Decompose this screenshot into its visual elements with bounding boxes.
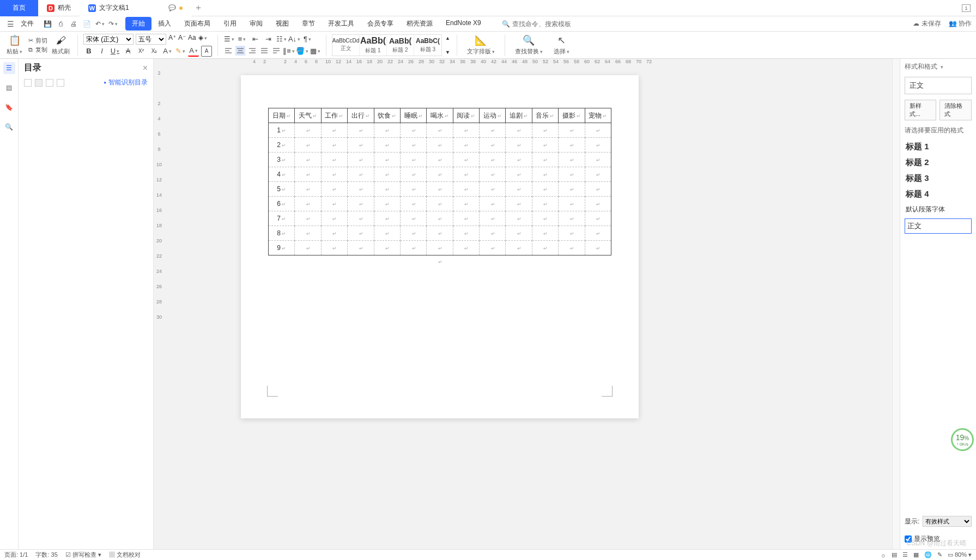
style-h1[interactable]: 标题 1 bbox=[905, 141, 972, 153]
ribbon-tab-insert[interactable]: 插入 bbox=[151, 17, 178, 31]
align-left-button[interactable] bbox=[223, 46, 233, 56]
table-header[interactable]: 追剧↵ bbox=[506, 108, 532, 123]
view-mode-focus[interactable]: ✎ bbox=[937, 551, 942, 558]
ribbon-tab-pagelayout[interactable]: 页面布局 bbox=[178, 17, 217, 31]
font-name-select[interactable]: 宋体 (正文) bbox=[83, 34, 134, 45]
strikethrough-button[interactable]: A bbox=[123, 46, 134, 57]
search-input[interactable] bbox=[512, 20, 589, 28]
format-painter[interactable]: 🖌 格式刷 bbox=[50, 35, 72, 56]
table-header[interactable]: 日期↵ bbox=[269, 108, 295, 123]
style-preview-h2[interactable]: AaBb(标题 2 bbox=[387, 35, 414, 56]
superscript-button[interactable]: X² bbox=[136, 46, 147, 57]
sort-button[interactable]: A↓ bbox=[289, 34, 300, 45]
table-header[interactable]: 宠物↵ bbox=[585, 108, 611, 123]
cut-button[interactable]: ✂剪切 bbox=[27, 36, 47, 45]
character-border-button[interactable]: A bbox=[201, 46, 212, 57]
ribbon-tab-view[interactable]: 视图 bbox=[269, 17, 295, 31]
outline-tool-2[interactable] bbox=[35, 79, 43, 87]
find-replace-button[interactable]: 🔍查找替换 bbox=[511, 34, 547, 56]
increase-indent-button[interactable]: ⇥ bbox=[263, 34, 274, 45]
ribbon-tab-vip[interactable]: 会员专享 bbox=[361, 17, 400, 31]
style-gallery[interactable]: AaBbCcDd正文 AaBb(标题 1 AaBb(标题 2 AaBbC(标题 … bbox=[332, 34, 442, 56]
tab-chat-icon[interactable]: 💬 bbox=[168, 4, 176, 11]
text-effects-button[interactable]: A bbox=[162, 46, 173, 57]
content-table[interactable]: 日期↵天气↵工作↵出行↵饮食↵睡眠↵喝水↵阅读↵运动↵追剧↵音乐↵摄影↵宠物↵ … bbox=[268, 108, 611, 255]
paragraph-mark-button[interactable]: ¶ bbox=[302, 34, 313, 45]
outline-tool-3[interactable] bbox=[46, 79, 53, 87]
ribbon-tab-review[interactable]: 审阅 bbox=[243, 17, 269, 31]
word-layout-button[interactable]: 📐文字排版 bbox=[463, 34, 499, 56]
table-header[interactable]: 工作↵ bbox=[321, 108, 347, 123]
linespacing-button[interactable]: ☷ bbox=[276, 34, 287, 45]
file-menu[interactable]: 文件 bbox=[17, 19, 37, 28]
change-case-icon[interactable]: Aa bbox=[188, 34, 196, 45]
tab-document[interactable]: W 文字文稿1 💬 bbox=[80, 0, 191, 16]
table-header[interactable]: 喝水↵ bbox=[427, 108, 453, 123]
table-header[interactable]: 天气↵ bbox=[295, 108, 321, 123]
window-index-icon[interactable]: 1 bbox=[962, 4, 971, 12]
line-spacing-button[interactable]: ‖≡ bbox=[283, 46, 294, 57]
ribbon-tab-endnote[interactable]: EndNote X9 bbox=[439, 17, 488, 31]
underline-button[interactable]: U bbox=[110, 46, 120, 57]
status-spellcheck[interactable]: ☑ 拼写检查 ▾ bbox=[65, 551, 101, 559]
bold-button[interactable]: B bbox=[83, 46, 94, 57]
style-preview-body[interactable]: AaBbCcDd正文 bbox=[332, 35, 360, 56]
search-rail-icon[interactable]: 🔍 bbox=[3, 121, 15, 133]
table-header[interactable]: 音乐↵ bbox=[532, 108, 558, 123]
style-scroll-down[interactable]: ▼ bbox=[445, 50, 450, 55]
ribbon-tab-start[interactable]: 开始 bbox=[125, 17, 151, 31]
table-row[interactable]: 3↵↵↵↵↵↵↵↵↵↵↵↵↵ bbox=[269, 153, 611, 167]
style-preview-h3[interactable]: AaBbC(标题 3 bbox=[414, 35, 441, 56]
copy-button[interactable]: ⧉复制 bbox=[27, 46, 47, 54]
select-button[interactable]: ↖选择 bbox=[549, 34, 574, 56]
bullets-button[interactable]: ☰ bbox=[223, 34, 234, 45]
table-header[interactable]: 阅读↵ bbox=[453, 108, 479, 123]
document-page[interactable]: 日期↵天气↵工作↵出行↵饮食↵睡眠↵喝水↵阅读↵运动↵追剧↵音乐↵摄影↵宠物↵ … bbox=[241, 75, 639, 418]
increase-font-icon[interactable]: A⁺ bbox=[168, 34, 176, 45]
speed-badge[interactable]: 19% ↑ 0K/s bbox=[951, 428, 974, 451]
table-header[interactable]: 睡眠↵ bbox=[400, 108, 426, 123]
styles-pane-title[interactable]: 样式和格式 bbox=[905, 62, 972, 71]
table-header[interactable]: 摄影↵ bbox=[559, 108, 585, 123]
paste-group[interactable]: 📋 粘贴 bbox=[4, 34, 25, 56]
command-search[interactable]: 🔍 bbox=[502, 20, 589, 28]
font-size-select[interactable]: 五号 bbox=[136, 34, 166, 45]
distribute-button[interactable] bbox=[271, 46, 281, 56]
style-h4[interactable]: 标题 4 bbox=[905, 188, 972, 200]
tab-daoke[interactable]: D 稻壳 bbox=[38, 0, 80, 16]
align-justify-button[interactable] bbox=[259, 46, 269, 56]
save-as-icon[interactable]: ⎙ bbox=[54, 18, 66, 30]
view-mode-1[interactable]: ▤ bbox=[892, 551, 897, 558]
tab-home[interactable]: 首页 bbox=[0, 0, 38, 16]
subscript-button[interactable]: X₂ bbox=[149, 46, 160, 57]
outline-body[interactable] bbox=[19, 88, 153, 549]
ribbon-tab-daoke[interactable]: 稻壳资源 bbox=[400, 17, 439, 31]
style-preview-h1[interactable]: AaBb(标题 1 bbox=[360, 35, 387, 56]
decrease-indent-button[interactable]: ⇤ bbox=[250, 34, 260, 45]
undo-button[interactable]: ↶ bbox=[94, 18, 106, 30]
status-wordcount[interactable]: 字数: 35 bbox=[35, 551, 57, 559]
style-default-para[interactable]: 默认段落字体 bbox=[905, 204, 972, 215]
table-row[interactable]: 7↵↵↵↵↵↵↵↵↵↵↵↵↵ bbox=[269, 211, 611, 226]
app-menu-button[interactable]: ☰ bbox=[4, 18, 16, 30]
print-preview-icon[interactable]: 📄 bbox=[81, 18, 93, 30]
ribbon-tab-devtools[interactable]: 开发工具 bbox=[322, 17, 361, 31]
align-right-button[interactable] bbox=[247, 46, 257, 56]
numbering-button[interactable]: ≡ bbox=[237, 34, 247, 45]
show-preview-checkbox[interactable]: 显示预览 bbox=[905, 532, 972, 546]
style-scroll-up[interactable]: ▲ bbox=[445, 35, 450, 41]
ribbon-tab-section[interactable]: 章节 bbox=[295, 17, 322, 31]
new-style-button[interactable]: 新样式... bbox=[905, 100, 936, 120]
table-row[interactable]: 1↵↵↵↵↵↵↵↵↵↵↵↵↵ bbox=[269, 123, 611, 138]
view-mode-3[interactable]: ▦ bbox=[913, 551, 919, 558]
shading-button[interactable]: 🪣 bbox=[296, 46, 307, 57]
highlight-button[interactable]: ✎ bbox=[175, 46, 186, 57]
collab-button[interactable]: 👥 协作 bbox=[949, 19, 972, 28]
table-row[interactable]: 6↵↵↵↵↵↵↵↵↵↵↵↵↵ bbox=[269, 197, 611, 211]
print-icon[interactable]: 🖨 bbox=[68, 18, 80, 30]
smart-outline-button[interactable]: 智能识别目录 bbox=[104, 78, 148, 87]
table-header[interactable]: 饮食↵ bbox=[374, 108, 400, 123]
table-row[interactable]: 4↵↵↵↵↵↵↵↵↵↵↵↵↵ bbox=[269, 167, 611, 182]
style-body[interactable]: 正文 bbox=[905, 218, 972, 234]
italic-button[interactable]: I bbox=[96, 46, 107, 57]
